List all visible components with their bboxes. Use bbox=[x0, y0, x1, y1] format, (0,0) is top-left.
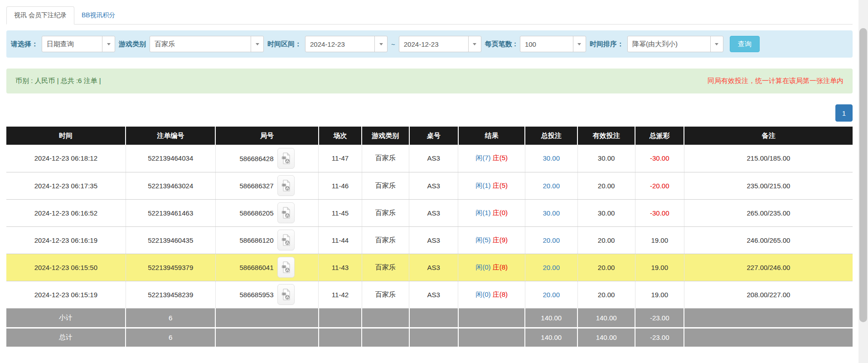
total-bet-cell: 20.00 bbox=[525, 254, 577, 281]
game-category-cell: 百家乐 bbox=[362, 226, 409, 254]
remark-cell: 227.00/246.00 bbox=[684, 254, 853, 281]
video-file-icon bbox=[281, 261, 291, 273]
valid-bet-cell: 20.00 bbox=[577, 226, 635, 254]
footer-count-cell: 6 bbox=[126, 308, 215, 328]
total-bet-cell: 20.00 bbox=[525, 281, 577, 308]
header-result: 结果 bbox=[458, 127, 525, 145]
sort-order-value: 降幂(由大到小) bbox=[628, 40, 678, 49]
date-from-select[interactable]: 2024-12-23 bbox=[305, 36, 388, 52]
video-file-icon bbox=[281, 207, 291, 219]
total-bet-cell: 20.00 bbox=[525, 172, 577, 199]
header-session: 场次 bbox=[319, 127, 362, 145]
total-bet-cell: 30.00 bbox=[525, 145, 577, 172]
session-cell: 11-47 bbox=[319, 145, 362, 172]
chevron-down-icon bbox=[468, 36, 481, 52]
valid-bet-notice-text: 同局有效投注，统一计算在该局第一张注单内 bbox=[708, 77, 844, 85]
table-row: 2024-12-23 06:18:12522139464034586686428… bbox=[6, 145, 853, 172]
page-1-button[interactable]: 1 bbox=[835, 104, 853, 122]
tab-betting-records[interactable]: 视讯 会员下注纪录 bbox=[6, 6, 74, 25]
vertical-scrollbar bbox=[858, 0, 868, 363]
video-file-icon bbox=[281, 289, 291, 300]
currency-total-text: 币别 : 人民币 | 总共 :6 注单 | bbox=[15, 77, 101, 85]
date-range-tilde: ~ bbox=[391, 40, 395, 48]
total-bet-link[interactable]: 30.00 bbox=[543, 154, 560, 162]
game-category-select[interactable]: 百家乐 bbox=[150, 36, 264, 52]
footer-total-bet-cell: 140.00 bbox=[525, 328, 577, 347]
footer-empty-cell bbox=[319, 328, 362, 347]
date-from-value: 2024-12-23 bbox=[305, 40, 345, 48]
round-cell: 586686327 bbox=[215, 172, 319, 199]
footer-empty-cell bbox=[215, 308, 319, 328]
result-cell: 闲(1) 庄(5) bbox=[458, 172, 525, 199]
result-cell: 闲(0) 庄(8) bbox=[458, 254, 525, 281]
scrollbar-thumb[interactable] bbox=[859, 28, 867, 322]
result-player: 闲(7) bbox=[475, 154, 490, 162]
video-replay-button[interactable] bbox=[277, 284, 295, 305]
table-body: 2024-12-23 06:18:12522139464034586686428… bbox=[6, 145, 853, 347]
date-to-value: 2024-12-23 bbox=[399, 40, 439, 48]
round-id: 586686327 bbox=[239, 182, 273, 190]
page-size-label: 每页笔数 : bbox=[485, 40, 516, 49]
chevron-down-icon bbox=[573, 36, 586, 52]
video-replay-button[interactable] bbox=[277, 202, 295, 223]
round-cell: 586686205 bbox=[215, 199, 319, 226]
footer-count-cell: 6 bbox=[126, 328, 215, 347]
total-bet-link[interactable]: 20.00 bbox=[543, 182, 560, 190]
total-bet-cell: 30.00 bbox=[525, 199, 577, 226]
payout-cell: -30.00 bbox=[635, 145, 684, 172]
summary-bar: 币别 : 人民币 | 总共 :6 注单 | 同局有效投注，统一计算在该局第一张注… bbox=[6, 69, 853, 93]
result-player: 闲(5) bbox=[475, 236, 490, 244]
valid-bet-cell: 30.00 bbox=[577, 199, 635, 226]
total-bet-link[interactable]: 20.00 bbox=[543, 264, 560, 271]
table-no-cell: AS3 bbox=[409, 226, 458, 254]
video-replay-button[interactable] bbox=[277, 257, 295, 278]
result-banker: 庄(8) bbox=[493, 263, 508, 271]
round-id: 586686041 bbox=[239, 264, 273, 271]
footer-empty-cell bbox=[458, 308, 525, 328]
header-total-bet: 总投注 bbox=[525, 127, 577, 145]
chevron-down-icon bbox=[251, 36, 263, 52]
page-size-select[interactable]: 100 bbox=[520, 36, 586, 52]
table-row: 2024-12-23 06:17:35522139463024586686327… bbox=[6, 172, 853, 199]
bet-id-cell: 522139461463 bbox=[126, 199, 215, 226]
footer-empty-cell bbox=[458, 328, 525, 347]
game-category-value: 百家乐 bbox=[150, 40, 175, 49]
result-cell: 闲(0) 庄(8) bbox=[458, 281, 525, 308]
session-cell: 11-44 bbox=[319, 226, 362, 254]
result-banker: 庄(8) bbox=[493, 290, 508, 298]
result-player: 闲(1) bbox=[475, 182, 490, 189]
payout-cell: 19.00 bbox=[635, 254, 684, 281]
result-player: 闲(0) bbox=[475, 290, 490, 298]
footer-empty-cell bbox=[362, 308, 409, 328]
sort-order-select[interactable]: 降幂(由大到小) bbox=[627, 36, 723, 52]
table-row: 2024-12-23 06:16:19522139460435586686120… bbox=[6, 226, 853, 254]
video-replay-button[interactable] bbox=[277, 175, 295, 196]
date-to-select[interactable]: 2024-12-23 bbox=[399, 36, 481, 52]
footer-empty-cell bbox=[409, 308, 458, 328]
bet-id-cell: 522139459379 bbox=[126, 254, 215, 281]
total-bet-link[interactable]: 20.00 bbox=[543, 236, 560, 244]
table-no-cell: AS3 bbox=[409, 199, 458, 226]
round-cell: 586686120 bbox=[215, 226, 319, 254]
sort-order-label: 时间排序： bbox=[590, 40, 624, 49]
betting-records-table: 时间 注单编号 局号 场次 游戏类别 桌号 结果 总投注 有效投注 总派彩 备注… bbox=[6, 127, 853, 348]
video-replay-button[interactable] bbox=[277, 230, 295, 250]
result-player: 闲(0) bbox=[475, 263, 490, 271]
table-no-cell: AS3 bbox=[409, 281, 458, 308]
total-bet-link[interactable]: 30.00 bbox=[543, 209, 560, 217]
bet-time-cell: 2024-12-23 06:15:19 bbox=[6, 281, 126, 308]
search-button[interactable]: 查询 bbox=[730, 36, 760, 52]
chevron-down-icon bbox=[710, 36, 723, 52]
remark-cell: 265.00/235.00 bbox=[684, 199, 853, 226]
game-category-cell: 百家乐 bbox=[362, 281, 409, 308]
round-cell: 586685953 bbox=[215, 281, 319, 308]
total-bet-link[interactable]: 20.00 bbox=[543, 291, 560, 299]
round-id: 586686428 bbox=[239, 154, 273, 162]
video-replay-button[interactable] bbox=[277, 148, 295, 169]
bet-time-cell: 2024-12-23 06:16:19 bbox=[6, 226, 126, 254]
tab-bb-video-points[interactable]: BB视讯积分 bbox=[74, 7, 123, 24]
query-type-select[interactable]: 日期查询 bbox=[42, 36, 115, 52]
header-valid-bet: 有效投注 bbox=[577, 127, 635, 145]
table-no-cell: AS3 bbox=[409, 145, 458, 172]
payout-cell: -30.00 bbox=[635, 199, 684, 226]
